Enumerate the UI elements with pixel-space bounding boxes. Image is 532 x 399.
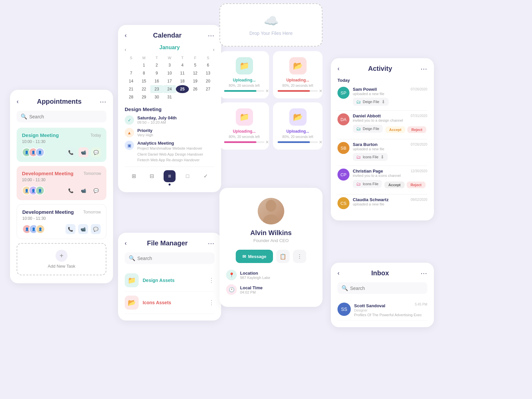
cal-day[interactable]: 13 <box>201 69 214 77</box>
phone-icon[interactable]: 📞 <box>66 147 76 157</box>
calendar-menu[interactable]: ··· <box>208 32 214 39</box>
cal-day[interactable]: 6 <box>201 61 214 69</box>
cal-day[interactable]: 16 <box>150 77 163 85</box>
cal-nav-card-icon[interactable]: □ <box>182 170 194 182</box>
reject-button-christian[interactable]: Reject <box>407 182 426 188</box>
file-item-menu[interactable]: ⋮ <box>208 277 214 284</box>
cal-event-priority-icon: ▲ <box>125 128 134 137</box>
cal-day[interactable]: 30 <box>150 93 163 101</box>
inbox-search-box[interactable]: 🔍 <box>337 282 427 294</box>
cal-day[interactable]: 19 <box>189 77 202 85</box>
upload-sub: 80%, 20 seconds left <box>224 135 264 139</box>
appt-dev-meeting-1[interactable]: Development Meeting Tomorrow 10:00 - 11:… <box>17 166 106 200</box>
file-manager-menu[interactable]: ··· <box>208 239 214 247</box>
cal-nav-list-icon[interactable]: ≡ <box>164 170 176 182</box>
reject-button-daniel[interactable]: Reject <box>407 126 426 133</box>
appt-dev-meeting-2[interactable]: Development Meeting Tomorrow 10:00 - 11:… <box>17 204 106 239</box>
cal-day[interactable] <box>125 61 138 69</box>
file-item-design[interactable]: 📁 Design Assets ⋮ <box>125 269 214 292</box>
cal-day[interactable]: 11 <box>176 69 189 77</box>
cal-day[interactable]: 15 <box>138 77 151 85</box>
cal-day[interactable]: 10 <box>163 69 176 77</box>
inbox-back-arrow[interactable]: ‹ <box>337 270 339 277</box>
cal-day[interactable]: 14 <box>125 77 138 85</box>
cal-day[interactable]: 29 <box>138 93 151 101</box>
file-item-icons[interactable]: 📂 Icons Assets ⋮ <box>125 292 214 314</box>
inbox-item-scott[interactable]: SS Scott Sandoval Designer 5:45 PM Profi… <box>337 299 427 321</box>
cal-day[interactable]: 1 <box>138 61 151 69</box>
chat-icon[interactable]: 💬 <box>91 186 101 196</box>
chat-icon[interactable]: 💬 <box>91 224 101 234</box>
next-month-arrow[interactable]: › <box>213 47 214 52</box>
file-item-menu[interactable]: ⋮ <box>208 299 214 306</box>
cal-day[interactable]: 31 <box>163 93 176 101</box>
cal-day[interactable]: 26 <box>189 85 202 93</box>
appointments-search-input[interactable] <box>29 114 102 119</box>
appt-design-meeting[interactable]: Design Meeting Today 10:00 - 11:30 👤 👤 👤… <box>17 128 106 162</box>
phone-icon[interactable]: 📞 <box>66 186 76 196</box>
drop-zone[interactable]: ☁️ Drop Your Files Here <box>219 3 323 47</box>
file-name-sara: Icons File <box>363 155 378 159</box>
cal-day[interactable]: 28 <box>125 93 138 101</box>
cal-day[interactable]: 4 <box>176 61 189 69</box>
phone-icon[interactable]: 📞 <box>66 224 75 234</box>
file-manager-search-input[interactable] <box>137 256 210 261</box>
close-icon[interactable]: ✕ <box>319 88 323 93</box>
accept-button-daniel[interactable]: Accept <box>385 126 406 133</box>
cal-day[interactable]: 9 <box>150 69 163 77</box>
video-icon[interactable]: 📹 <box>78 186 88 196</box>
profile-copy-button[interactable]: 📋 <box>276 250 290 263</box>
cal-day[interactable]: 24 <box>163 85 176 93</box>
cal-nav-active-dot <box>169 184 171 186</box>
cal-day[interactable]: 21 <box>125 85 138 93</box>
cal-day[interactable]: 17 <box>163 77 176 85</box>
cal-nav-check-icon[interactable]: ✓ <box>200 170 211 182</box>
cal-day[interactable]: 3 <box>163 61 176 69</box>
cal-day[interactable] <box>176 93 189 101</box>
file-manager-search-box[interactable]: 🔍 <box>125 252 214 264</box>
cal-day[interactable]: 5 <box>189 61 202 69</box>
close-icon[interactable]: ✕ <box>265 140 269 145</box>
video-icon[interactable]: 📹 <box>78 147 88 157</box>
cal-day[interactable]: 18 <box>176 77 189 85</box>
cal-day[interactable]: 22 <box>138 85 151 93</box>
prev-month-arrow[interactable]: ‹ <box>125 47 126 52</box>
add-task-button[interactable]: + Add New Task <box>17 243 106 275</box>
cal-day-today[interactable]: 25 <box>176 85 189 93</box>
cal-day[interactable]: 7 <box>125 69 138 77</box>
upload-folder-icon: 📂 <box>289 108 307 126</box>
cal-day[interactable]: 8 <box>138 69 151 77</box>
profile-name: Alvin Wilkins <box>226 229 316 237</box>
appointments-menu[interactable]: ··· <box>100 98 106 105</box>
profile-more-button[interactable]: ⋮ <box>293 250 306 263</box>
inbox-menu[interactable]: ··· <box>421 269 427 277</box>
cal-day[interactable]: 2 <box>150 61 163 69</box>
cal-day[interactable] <box>201 93 214 101</box>
close-icon[interactable]: ✕ <box>265 88 269 93</box>
download-icon[interactable]: ⬇ <box>380 154 384 160</box>
cal-nav-table-icon[interactable]: ⊟ <box>146 170 158 182</box>
appt-dev2-avatars: 👤 👤 👤 <box>22 224 42 234</box>
cal-day[interactable]: 27 <box>201 85 214 93</box>
calendar-back-arrow[interactable]: ‹ <box>125 32 127 39</box>
activity-menu[interactable]: ··· <box>421 65 427 72</box>
cal-day[interactable] <box>189 93 202 101</box>
close-icon[interactable]: ✕ <box>319 140 323 145</box>
message-button[interactable]: ✉ Message <box>236 250 273 263</box>
cal-day[interactable]: 12 <box>189 69 202 77</box>
activity-header: ‹ Activity ··· <box>337 65 427 72</box>
download-icon[interactable]: ⬇ <box>381 99 385 104</box>
accept-button-christian[interactable]: Accept <box>384 182 405 188</box>
cal-day[interactable]: 23 <box>150 85 163 93</box>
file-manager-back-arrow[interactable]: ‹ <box>125 240 127 247</box>
chat-icon[interactable]: 💬 <box>91 147 101 157</box>
appointments-back-arrow[interactable]: ‹ <box>17 98 19 105</box>
calendar-grid: S M T W T F S 1 2 3 4 5 6 7 8 9 <box>125 55 214 101</box>
appointments-search-box[interactable]: 🔍 <box>17 111 106 122</box>
cal-day[interactable]: 20 <box>201 77 214 85</box>
file-manager-title: File Manager <box>147 239 188 247</box>
cal-nav-grid-icon[interactable]: ⊞ <box>128 170 140 182</box>
activity-back-arrow[interactable]: ‹ <box>337 65 339 72</box>
video-icon[interactable]: 📹 <box>78 224 88 234</box>
inbox-search-input[interactable] <box>350 286 423 291</box>
